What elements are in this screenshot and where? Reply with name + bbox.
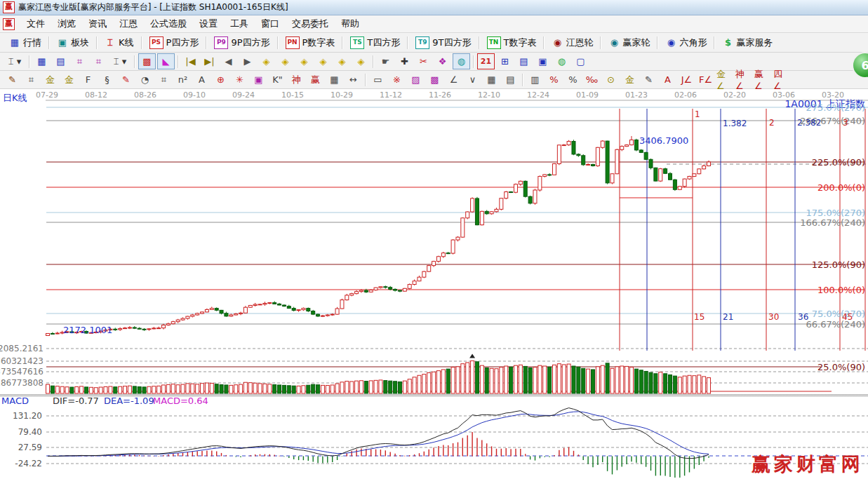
9t-square-button-label: 9T四方形 — [432, 36, 471, 49]
kline-style-dropdown-icon[interactable]: ⌶ ▾ — [4, 53, 26, 69]
network-sync-icon[interactable]: ◍ — [553, 53, 570, 69]
a-levels-icon[interactable]: A — [659, 72, 676, 88]
p-square-button[interactable]: PSP四方形 — [145, 35, 204, 50]
win-angle-icon[interactable]: 赢∠ — [754, 72, 771, 88]
fan-rays-icon[interactable]: ※ — [388, 72, 406, 88]
step-forward-icon[interactable]: ▶ — [239, 53, 256, 69]
gold-grid-icon[interactable]: 金 — [41, 72, 59, 88]
winner-service-button[interactable]: $赢家服务 — [717, 35, 777, 50]
chart9-icon[interactable]: ⌗ — [90, 53, 107, 69]
f-ruler-icon[interactable]: F — [79, 72, 97, 88]
candle-style-dropdown-icon[interactable]: ⌶ ▾ — [109, 53, 131, 69]
hexagon-button[interactable]: ◉六角形 — [660, 35, 712, 50]
brush-pen-icon[interactable]: ✎ — [640, 72, 657, 88]
p-square-button-label: P四方形 — [166, 36, 199, 49]
winner-wheel-button[interactable]: ◉赢家轮 — [603, 35, 655, 50]
gold-grid2-icon[interactable]: 金 — [60, 72, 78, 88]
shen-tool-icon[interactable]: 神 — [288, 72, 305, 88]
sectors-button[interactable]: ▣板块 — [52, 35, 94, 50]
info-list-icon[interactable]: ▤ — [52, 53, 69, 69]
calendar21-icon[interactable]: 21 — [477, 53, 495, 69]
menu-9[interactable]: 帮助 — [335, 15, 366, 32]
four-angle-icon[interactable]: 四∠ — [773, 72, 790, 88]
t-table-button[interactable]: TNT数字表 — [482, 35, 542, 50]
t-square-button[interactable]: TST四方形 — [345, 35, 405, 50]
cycle48-icon[interactable]: ◍ — [453, 53, 470, 69]
menu-1[interactable]: 浏览 — [51, 15, 82, 32]
step-back-icon[interactable]: ◀ — [220, 53, 237, 69]
crosshair-tool-icon[interactable]: ✚ — [396, 53, 413, 69]
gann-window-icon[interactable]: ▩ — [138, 53, 156, 69]
menu-8[interactable]: 交易委托 — [286, 15, 335, 32]
menu-3[interactable]: 江恩 — [113, 15, 144, 32]
menu-bar: 赢 文件浏览资讯江恩公式选股设置工具窗口交易委托帮助 — [0, 15, 868, 33]
cross-grid-icon[interactable]: ▤ — [502, 72, 519, 88]
permille-icon[interactable]: ‰ — [583, 72, 601, 88]
gold-angle-icon[interactable]: 金∠ — [716, 72, 733, 88]
menu-5[interactable]: 设置 — [193, 15, 224, 32]
hand-tool-icon[interactable]: ☛ — [377, 53, 394, 69]
percent-icon[interactable]: % — [564, 72, 582, 88]
gann-wheel-button[interactable]: ◉江恩轮 — [547, 35, 598, 50]
menu-6[interactable]: 工具 — [224, 15, 255, 32]
shaded-box2-icon[interactable]: ▩ — [426, 72, 443, 88]
jump-last-icon[interactable]: ▶| — [201, 53, 218, 69]
spider-web-icon[interactable]: ✳ — [231, 72, 248, 88]
export-pc-icon[interactable]: ▢ — [572, 53, 589, 69]
expand-h-diamond-icon[interactable]: ◈ — [295, 53, 313, 69]
gold-levels-icon[interactable]: 金 — [621, 72, 639, 88]
menu-4[interactable]: 公式选股 — [144, 15, 193, 32]
save-icon[interactable]: ▣ — [534, 53, 552, 69]
trend-angle-icon[interactable]: ∠ — [445, 72, 462, 88]
gann-shape-icon[interactable]: ❖ — [434, 53, 451, 69]
box-select-icon[interactable]: ▭ — [369, 72, 387, 88]
k-mark-icon[interactable]: K" — [269, 72, 286, 88]
circle-cross-icon[interactable]: ⊕ — [212, 72, 229, 88]
zigzag-icon[interactable]: ∨ — [464, 72, 481, 88]
menu-7[interactable]: 窗口 — [255, 15, 286, 32]
compress-diamond-icon[interactable]: ◈ — [314, 53, 332, 69]
ratio-table-icon[interactable]: ▥ — [526, 72, 544, 88]
compass-pen-icon[interactable]: ✎ — [4, 72, 21, 88]
candlestick-series — [46, 136, 711, 336]
price-ruler-icon[interactable]: ▦ — [326, 72, 343, 88]
marker-pen-icon[interactable]: ✎ — [117, 72, 135, 88]
gann-clock-icon[interactable]: ◔ — [136, 72, 154, 88]
grid-ruler-icon[interactable]: ⌗ — [22, 72, 40, 88]
kline-button[interactable]: ⌶K线 — [100, 35, 139, 50]
calculator-icon[interactable]: ⊞ — [496, 53, 514, 69]
spiral-icon[interactable]: § — [98, 72, 116, 88]
notepad-icon[interactable]: ▤ — [515, 53, 533, 69]
shaded-box-icon[interactable]: ▨ — [407, 72, 425, 88]
f-angle-icon[interactable]: F∠ — [697, 72, 714, 88]
n-squared-icon[interactable]: n² — [174, 72, 192, 88]
shrink-left-diamond-icon[interactable]: ◈ — [258, 53, 275, 69]
jump-first-icon[interactable]: |◀ — [182, 53, 199, 69]
chart-area[interactable]: 日K线1A0001 上证指数275.0%(270)266.67%(240)225… — [0, 89, 868, 479]
expand-all-diamond-icon[interactable]: ◈ — [352, 53, 370, 69]
angle-measure-icon[interactable]: ✂ — [415, 53, 432, 69]
angle-a-icon[interactable]: A — [193, 72, 211, 88]
win-tool-icon[interactable]: 赢 — [307, 72, 324, 88]
shrink-right-diamond-icon[interactable]: ◈ — [276, 53, 294, 69]
color-analysis-icon[interactable]: ◣ — [157, 53, 175, 69]
9t-square-button[interactable]: T99T四方形 — [410, 35, 476, 50]
shen-angle-icon[interactable]: 神∠ — [735, 72, 752, 88]
volume-series — [46, 361, 711, 393]
menu-2[interactable]: 资讯 — [82, 15, 113, 32]
menu-0[interactable]: 文件 — [20, 15, 51, 32]
span-arrow-icon[interactable]: ↔ — [345, 72, 362, 88]
page-layout-icon[interactable]: ▦ — [33, 53, 51, 69]
expand-v-diamond-icon[interactable]: ◈ — [333, 53, 351, 69]
gold-circle-icon[interactable]: ⊙ — [602, 72, 620, 88]
quotes-button[interactable]: ▦行情 — [4, 35, 46, 50]
square-spiral-icon[interactable]: ▣ — [250, 72, 267, 88]
winner-service-button-icon: $ — [722, 37, 733, 48]
j-angle-icon[interactable]: J∠ — [678, 72, 695, 88]
hash-grid-icon[interactable]: ⌗ — [155, 72, 173, 88]
chart3-icon[interactable]: ⌗ — [71, 53, 88, 69]
dense-grid-icon[interactable]: ▦ — [483, 72, 500, 88]
percent-line-icon[interactable]: % — [545, 72, 563, 88]
p-table-button[interactable]: PNP数字表 — [281, 35, 340, 50]
9p-square-button[interactable]: P99P四方形 — [209, 35, 274, 50]
